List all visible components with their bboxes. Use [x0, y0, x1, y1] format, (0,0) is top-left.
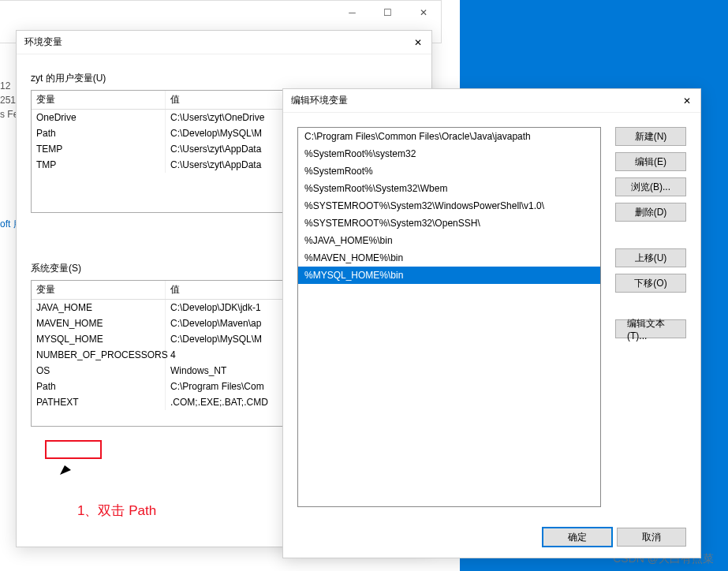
dialog-title: 编辑环境变量: [291, 94, 681, 107]
column-header-var[interactable]: 变量: [32, 281, 166, 299]
close-icon[interactable]: ✕: [413, 37, 424, 48]
list-item[interactable]: %MYSQL_HOME%\bin: [298, 267, 600, 284]
list-item[interactable]: %SystemRoot%\system32: [298, 145, 600, 162]
path-list[interactable]: C:\Program Files\Common Files\Oracle\Jav…: [297, 127, 601, 507]
browse-button[interactable]: 浏览(B)...: [615, 177, 686, 196]
list-item[interactable]: %SYSTEMROOT%\System32\OpenSSH\: [298, 215, 600, 232]
minimize-button[interactable]: ─: [334, 1, 370, 24]
edit-button[interactable]: 编辑(E): [615, 152, 686, 171]
cancel-button[interactable]: 取消: [617, 528, 686, 547]
list-item[interactable]: %MAVEN_HOME%\bin: [298, 249, 600, 267]
column-header-var[interactable]: 变量: [32, 91, 166, 109]
list-item[interactable]: C:\Program Files\Common Files\Oracle\Jav…: [298, 128, 600, 145]
list-item[interactable]: %SystemRoot%: [298, 162, 600, 180]
user-vars-label: zyt 的用户变量(U): [31, 72, 417, 85]
move-up-button[interactable]: 上移(U): [615, 248, 686, 267]
move-down-button[interactable]: 下移(O): [615, 274, 686, 293]
list-item[interactable]: %SYSTEMROOT%\System32\WindowsPowerShell\…: [298, 197, 600, 215]
edit-env-var-dialog: 编辑环境变量 ✕ C:\Program Files\Common Files\O…: [282, 88, 701, 558]
list-item[interactable]: %SystemRoot%\System32\Wbem: [298, 180, 600, 197]
list-item[interactable]: %JAVA_HOME%\bin: [298, 232, 600, 249]
close-button[interactable]: ✕: [405, 1, 441, 24]
edit-text-button[interactable]: 编辑文本(T)...: [615, 319, 686, 338]
maximize-button[interactable]: ☐: [370, 1, 405, 24]
close-icon[interactable]: ✕: [681, 95, 693, 106]
dialog-title: 环境变量: [24, 35, 413, 49]
ok-button[interactable]: 确定: [543, 528, 612, 547]
new-button[interactable]: 新建(N): [615, 127, 686, 146]
delete-button[interactable]: 删除(D): [615, 203, 686, 222]
